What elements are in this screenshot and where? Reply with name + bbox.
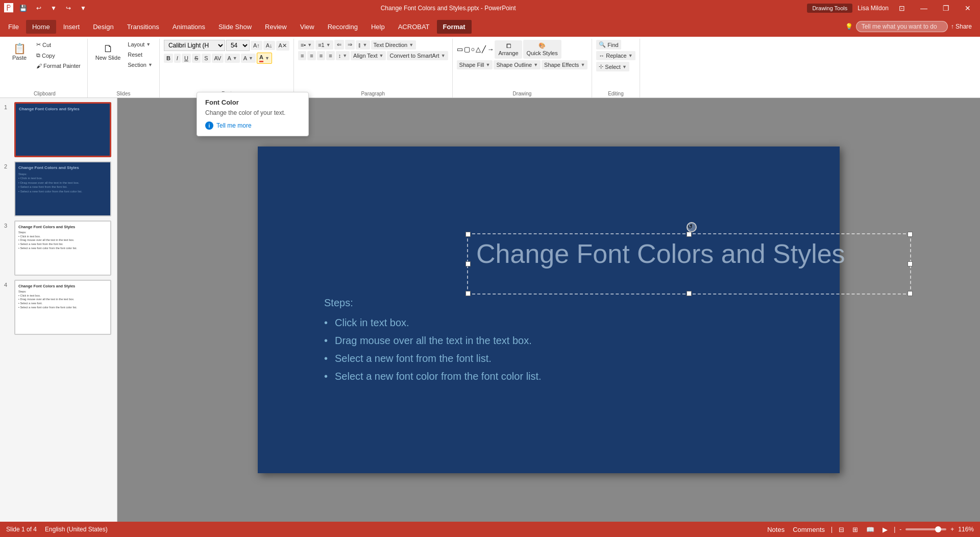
redo-button[interactable]: ↪ <box>63 4 74 13</box>
slide-sorter-button[interactable]: ⊞ <box>850 525 860 534</box>
convert-smartart-button[interactable]: Convert to SmartArt ▼ <box>387 51 448 60</box>
quick-styles-button[interactable]: 🎨 Quick Styles <box>523 40 561 59</box>
slide-thumb-4[interactable]: 4 Change Font Colors and Styles Steps: •… <box>4 280 113 335</box>
menu-home[interactable]: Home <box>26 20 56 34</box>
italic-button[interactable]: I <box>174 54 181 63</box>
zoom-slider[interactable] <box>905 528 946 530</box>
handle-tr[interactable] <box>908 232 913 237</box>
reading-view-button[interactable]: 📖 <box>864 525 876 534</box>
notes-button[interactable]: Notes <box>765 525 787 534</box>
font-family-select[interactable]: Calibri Light (H <box>164 40 225 51</box>
slideshow-button[interactable]: ▶ <box>880 525 890 534</box>
main-slide[interactable]: ↺ Change Font Colors and Styles Steps: • <box>258 147 840 473</box>
shape-fill-button[interactable]: Shape Fill ▼ <box>457 60 493 69</box>
align-right-button[interactable]: ≡ <box>317 51 325 60</box>
normal-view-button[interactable]: ⊟ <box>837 525 846 534</box>
title-textbox[interactable]: Change Font Colors and Styles <box>467 233 911 295</box>
reset-button[interactable]: Reset <box>125 50 155 59</box>
menu-bar: File Home Insert Design Transitions Anim… <box>0 16 980 37</box>
justify-button[interactable]: ≡ <box>326 51 334 60</box>
undo-dropdown-button[interactable]: ▼ <box>47 4 60 13</box>
select-button[interactable]: ⊹ Select ▼ <box>596 62 629 71</box>
minimize-button[interactable]: — <box>915 2 933 14</box>
format-painter-button[interactable]: 🖌 Format Painter <box>34 61 83 70</box>
menu-animations[interactable]: Animations <box>166 20 211 34</box>
clear-formatting-button[interactable]: A✕ <box>276 41 289 51</box>
circle-shape[interactable]: ○ <box>471 45 475 53</box>
char-spacing-button[interactable]: A ▼ <box>225 54 239 63</box>
shape-outline-button[interactable]: Shape Outline ▼ <box>494 60 541 69</box>
line-shape[interactable]: ╱ <box>482 45 486 53</box>
menu-slideshow[interactable]: Slide Show <box>212 20 258 34</box>
bold-button[interactable]: B <box>164 54 173 63</box>
handle-tl[interactable] <box>465 232 471 237</box>
rounded-rect-shape[interactable]: ▢ <box>464 45 470 53</box>
customize-quick-access-button[interactable]: ▼ <box>77 4 89 13</box>
arrange-icon: ⧠ <box>506 43 511 49</box>
menu-view[interactable]: View <box>294 20 321 34</box>
tell-me-input[interactable] <box>856 21 948 32</box>
find-button[interactable]: 🔍 Find <box>596 40 621 50</box>
menu-acrobat[interactable]: ACROBAT <box>392 20 436 34</box>
shadow-button[interactable]: S <box>202 54 210 63</box>
slide-thumb-3[interactable]: 3 Change Font Colors and Styles Steps: •… <box>4 221 113 276</box>
menu-design[interactable]: Design <box>87 20 119 34</box>
font-size-select[interactable]: 54 <box>226 40 250 51</box>
section-button[interactable]: Section ▼ <box>125 60 155 69</box>
arrow-shape[interactable]: → <box>487 45 494 53</box>
strikethrough-button[interactable]: S <box>192 54 201 63</box>
bullet-text-4: Select a new font color from the font co… <box>335 371 542 382</box>
bullets-button[interactable]: ≡•▼ <box>298 40 314 50</box>
handle-tc[interactable] <box>687 232 692 237</box>
arrange-button[interactable]: ⧠ Arrange <box>495 40 522 59</box>
save-button[interactable]: 💾 <box>16 4 30 13</box>
font-color-button[interactable]: A ▼ <box>257 53 272 64</box>
rotation-handle[interactable]: ↺ <box>687 222 697 232</box>
rectangle-shape[interactable]: ▭ <box>457 45 463 53</box>
kerning-button[interactable]: AV <box>212 54 224 63</box>
menu-insert[interactable]: Insert <box>57 20 86 34</box>
menu-file[interactable]: File <box>2 20 25 34</box>
tooltip-tell-me-more-link[interactable]: i Tell me more <box>205 121 300 130</box>
underline-button[interactable]: U <box>182 54 191 63</box>
slides-panel: 1 Change Font Colors and Styles 2 Change… <box>0 98 117 522</box>
shape-effects-button[interactable]: Shape Effects ▼ <box>542 60 587 69</box>
monitor-icon[interactable]: ⊡ <box>894 2 910 14</box>
line-spacing-button[interactable]: ↕▼ <box>336 51 350 60</box>
menu-transitions[interactable]: Transitions <box>121 20 165 34</box>
handle-mr[interactable] <box>908 261 913 266</box>
slide-thumb-2[interactable]: 2 Change Font Colors and Styles Steps: •… <box>4 161 113 216</box>
close-button[interactable]: ✕ <box>960 2 976 14</box>
copy-button[interactable]: ⧉ Copy <box>34 51 83 60</box>
layout-button[interactable]: Layout ▼ <box>125 40 155 49</box>
user-name: Lisa Mildon <box>857 5 889 12</box>
replace-button[interactable]: ↔ Replace ▼ <box>596 51 635 60</box>
menu-review[interactable]: Review <box>259 20 293 34</box>
paste-button[interactable]: 📋 Paste <box>6 40 33 64</box>
slide-thumb-1[interactable]: 1 Change Font Colors and Styles <box>4 102 113 157</box>
handle-ml[interactable] <box>465 261 471 266</box>
restore-button[interactable]: ❐ <box>938 2 954 14</box>
decrease-indent-button[interactable]: ⇐ <box>334 40 344 50</box>
menu-help[interactable]: Help <box>365 20 391 34</box>
new-slide-button[interactable]: 🗋 New Slide <box>92 40 125 64</box>
handle-bl[interactable] <box>465 291 471 296</box>
triangle-shape[interactable]: △ <box>476 45 481 53</box>
increase-font-button[interactable]: A↑ <box>251 41 262 50</box>
columns-button[interactable]: ⫿▼ <box>356 40 370 50</box>
text-highlight-button[interactable]: A ▼ <box>241 54 256 63</box>
text-direction-button[interactable]: Text Direction ▼ <box>371 40 416 50</box>
cut-button[interactable]: ✂ Cut <box>34 40 83 50</box>
handle-br[interactable] <box>908 291 913 296</box>
menu-recording[interactable]: Recording <box>322 20 364 34</box>
align-center-button[interactable]: ≡ <box>307 51 315 60</box>
numbering-button[interactable]: ≡1▼ <box>315 40 333 50</box>
align-left-button[interactable]: ≡ <box>298 51 306 60</box>
decrease-font-button[interactable]: A↓ <box>263 41 275 50</box>
undo-button[interactable]: ↩ <box>33 4 44 13</box>
align-text-button[interactable]: Align Text ▼ <box>351 51 386 60</box>
menu-format[interactable]: Format <box>437 20 472 34</box>
handle-bc[interactable] <box>687 291 692 296</box>
comments-button[interactable]: Comments <box>791 525 827 534</box>
increase-indent-button[interactable]: ⇒ <box>345 40 355 50</box>
